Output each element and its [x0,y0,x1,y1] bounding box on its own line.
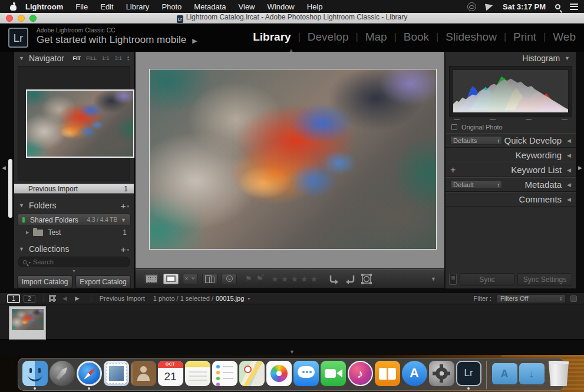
dock-facetime-icon[interactable] [320,361,346,390]
module-print[interactable]: Print [513,31,536,44]
filmstrip-thumbnail-selected[interactable] [9,306,46,340]
dock-downloads-folder-icon[interactable]: ↓ [519,361,545,388]
navigator-header[interactable]: ▼ Navigator FIT FILL 1:1 3:1 ▴▾ [14,52,134,65]
dock-photos-icon[interactable] [266,361,292,390]
add-keyword-button[interactable]: + [450,165,456,175]
quick-develop-section[interactable]: Defaults ▴▾ Quick Develop ◀ [446,133,576,148]
filmstrip-collapse-arrow[interactable]: ▼ [0,349,584,355]
histogram-header[interactable]: Histogram ▼ [446,52,576,65]
zoom-mode-1-1[interactable]: 1:1 [102,55,110,61]
rotate-right-button[interactable] [344,274,356,284]
creative-cloud-icon[interactable] [467,2,476,11]
keywording-section[interactable]: Keywording ◀ [446,148,576,162]
navigator-collapse-icon[interactable]: ▼ [19,55,24,61]
dock-calendar-icon[interactable]: OCT 21 [157,361,183,390]
menu-window[interactable]: Window [268,2,295,11]
dock-applications-folder-icon[interactable]: A [491,361,517,388]
module-slideshow[interactable]: Slideshow [446,31,497,44]
navigator-thumbnail[interactable] [26,89,134,158]
dock-appstore-icon[interactable]: A [401,361,427,390]
left-scrollbar-thumb[interactable] [8,159,12,218]
section-collapse-icon[interactable]: ◀ [567,138,571,144]
section-collapse-icon[interactable]: ◀ [567,182,571,188]
grid-overlay-button[interactable] [360,273,373,285]
dock-messages-icon[interactable] [293,361,319,390]
dock-books-icon[interactable] [374,361,400,390]
filmstrip-source-label[interactable]: Previous Import [100,295,145,302]
dock-trash-icon[interactable] [546,361,572,390]
grid-view-shortcut-icon[interactable] [49,295,56,302]
collections-search[interactable]: ▾ [18,257,130,267]
folder-row-test[interactable]: ▶ Test 1 [14,227,134,238]
filter-lock-toggle[interactable] [570,295,577,302]
section-collapse-icon[interactable]: ◀ [567,152,571,158]
folders-collapse-icon[interactable]: ▼ [19,202,24,208]
menu-edit[interactable]: Edit [100,2,113,11]
sync-settings-button[interactable]: Sync Settings [517,273,572,286]
menu-metadata[interactable]: Metadata [194,2,226,11]
module-library[interactable]: Library [253,31,291,44]
photo-canvas[interactable] [149,69,437,250]
histogram-chart[interactable] [453,69,569,113]
dock-lightroom-icon[interactable]: Lr [456,361,481,390]
original-photo-checkbox[interactable] [451,124,457,130]
toolbar-options-dropdown[interactable]: ▼ [431,276,436,282]
right-panel-collapse-arrow[interactable]: ▶ [578,165,582,171]
sync-button[interactable]: Sync [460,273,514,286]
zoom-mode-3-1[interactable]: 3:1 [114,55,122,61]
dock-mail-icon[interactable] [103,361,129,390]
people-view-button[interactable] [222,274,237,284]
metadata-section[interactable]: Default ▴▾ Metadata ◀ [446,177,576,192]
section-collapse-icon[interactable]: ◀ [567,167,571,173]
flag-pick-button[interactable]: ⚑ [245,274,252,283]
go-back-button[interactable]: ◄ [61,294,68,303]
disclosure-icon[interactable]: ▶ [26,230,29,235]
survey-view-button[interactable] [202,274,217,284]
dock-reminders-icon[interactable] [212,361,237,390]
identity-plate[interactable]: Get started with Lightroom mobile▶ [37,34,197,46]
menu-lightroom[interactable]: Lightroom [25,2,63,11]
selected-filename[interactable]: 00015.jpg [216,295,244,302]
previous-import-row[interactable]: Previous Import 1 [14,184,134,194]
dock-itunes-icon[interactable]: ♪ [347,361,373,390]
comments-section[interactable]: Comments ◀ [446,192,576,207]
dock-notes-icon[interactable] [184,361,210,390]
flag-reject-button[interactable]: ⚑ [256,274,263,283]
sync-toggle-icon[interactable] [449,274,457,285]
compare-view-button[interactable]: X Y [183,274,198,284]
spotlight-search-icon[interactable] [555,4,560,9]
module-book[interactable]: Book [404,31,429,44]
add-collection-button[interactable]: + ▾ [121,244,129,254]
apple-menu-icon[interactable] [9,3,17,11]
cursor-status-icon[interactable] [486,3,493,10]
left-panel-collapse-arrow[interactable]: ◀ [2,165,6,171]
import-catalog-button[interactable]: Import Catalog [17,275,72,288]
original-photo-row[interactable]: Original Photo [446,121,576,133]
collections-search-input[interactable] [33,258,116,265]
go-forward-button[interactable]: ► [74,294,81,303]
volume-browser[interactable]: Shared Folders 4.3 / 4.4 TB ▼ [17,214,131,226]
zoom-mode-fill[interactable]: FILL [86,55,97,61]
dock-contacts-icon[interactable] [130,361,156,390]
grid-view-button[interactable] [144,274,159,284]
dock-system-preferences-icon[interactable] [428,361,454,390]
module-develop[interactable]: Develop [308,31,349,44]
menu-clock[interactable]: Sat 3:17 PM [503,2,546,11]
menu-help[interactable]: Help [307,2,323,11]
dock-maps-icon[interactable] [239,361,265,390]
zoom-mode-fit[interactable]: FIT [72,55,81,61]
zoom-ratio-spinner-icon[interactable]: ▴▾ [127,55,129,61]
keyword-list-section[interactable]: + Keyword List ◀ [446,162,576,177]
collections-collapse-icon[interactable]: ▼ [19,246,24,252]
add-folder-button[interactable]: + ▾ [121,201,129,211]
menu-view[interactable]: View [239,2,255,11]
menu-library[interactable]: Library [126,2,150,11]
quick-develop-preset-dropdown[interactable]: Defaults ▴▾ [450,136,502,145]
loupe-view-button[interactable] [163,274,179,284]
primary-monitor-button[interactable]: 1 [7,294,20,303]
notification-center-icon[interactable] [570,4,578,10]
dock-launchpad-icon[interactable] [49,361,75,390]
filmstrip-menu-caret-icon[interactable]: ▾ [248,296,250,301]
metadata-preset-dropdown[interactable]: Default ▴▾ [450,180,502,189]
menu-file[interactable]: File [75,2,88,11]
